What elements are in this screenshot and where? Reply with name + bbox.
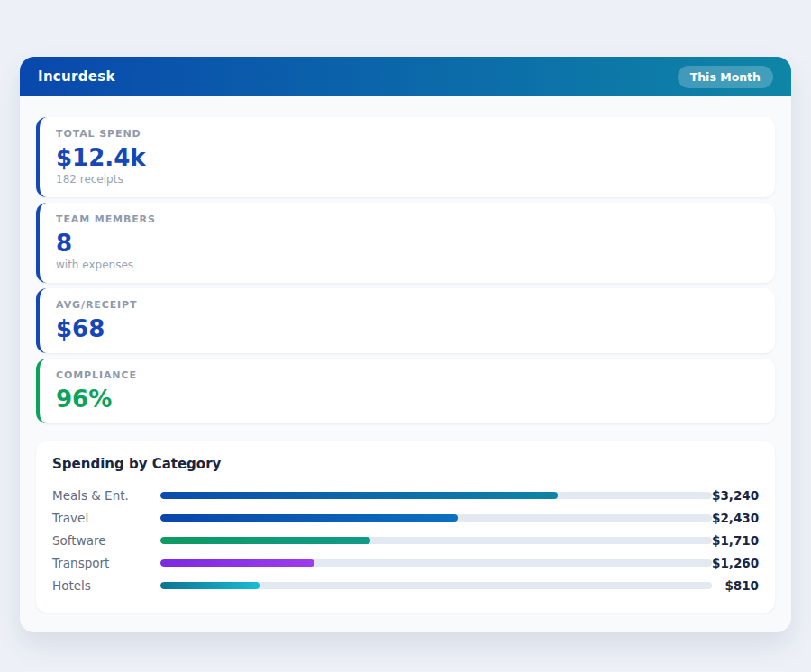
panel-body: TOTAL SPEND $12.4k 182 receipts TEAM MEM… [20, 96, 791, 632]
stat-label: TEAM MEMBERS [56, 213, 759, 226]
bar-track [160, 582, 712, 589]
category-row-software: Software $1,710 [52, 529, 759, 551]
category-label: Software [52, 533, 160, 548]
stat-label: COMPLIANCE [56, 369, 759, 382]
bar-fill [160, 559, 314, 567]
dashboard-panel: Incurdesk This Month TOTAL SPEND $12.4k … [20, 57, 791, 632]
category-row-transport: Transport $1,260 [52, 551, 759, 574]
category-row-meals: Meals & Ent. $3,240 [52, 484, 759, 506]
bar-fill [160, 537, 370, 544]
bar-fill [160, 582, 260, 589]
category-value: $2,430 [712, 511, 759, 525]
category-value: $810 [712, 578, 759, 593]
spending-by-category-card: Spending by Category Meals & Ent. $3,240… [36, 441, 775, 613]
stat-subtext: 182 receipts [56, 173, 759, 186]
stat-value: 96% [56, 386, 759, 413]
stat-label: TOTAL SPEND [56, 128, 759, 141]
category-label: Meals & Ent. [52, 488, 160, 503]
stat-value: $68 [56, 315, 759, 342]
stat-card-team-members: TEAM MEMBERS 8 with expenses [36, 203, 775, 283]
stat-card-compliance: COMPLIANCE 96% [36, 359, 775, 423]
app-header: Incurdesk This Month [20, 57, 791, 96]
category-row-hotels: Hotels $810 [52, 574, 759, 596]
stat-card-avg-receipt: AVG/RECEIPT $68 [36, 288, 775, 353]
stat-card-total-spend: TOTAL SPEND $12.4k 182 receipts [36, 117, 775, 197]
app-title: Incurdesk [38, 68, 115, 85]
bar-fill [160, 514, 458, 522]
category-label: Hotels [52, 578, 160, 593]
stat-label: AVG/RECEIPT [56, 299, 759, 312]
category-row-travel: Travel $2,430 [52, 506, 759, 529]
category-value: $1,710 [712, 533, 759, 548]
chart-title: Spending by Category [52, 456, 759, 473]
category-value: $1,260 [712, 556, 759, 570]
category-value: $3,240 [712, 488, 759, 503]
stat-subtext: with expenses [56, 259, 759, 272]
stat-value: 8 [56, 230, 759, 257]
stat-value: $12.4k [56, 144, 759, 171]
category-label: Transport [52, 556, 160, 570]
bar-track [160, 537, 712, 544]
bar-track [160, 514, 712, 522]
bar-fill [160, 492, 558, 499]
category-label: Travel [52, 511, 160, 525]
bar-track [160, 559, 712, 567]
period-badge[interactable]: This Month [678, 66, 773, 88]
bar-track [160, 492, 712, 499]
